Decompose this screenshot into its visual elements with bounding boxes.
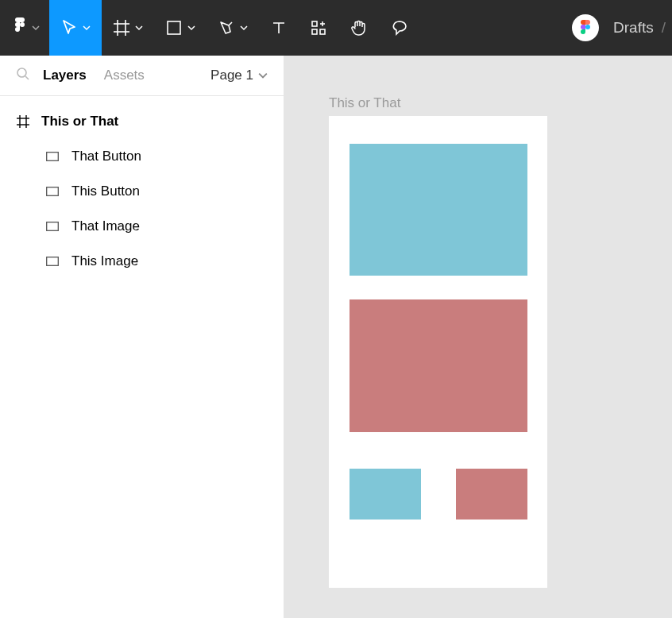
comment-tool-button[interactable] [380, 0, 419, 56]
sidebar-header: Layers Assets Page 1 [0, 56, 284, 96]
svg-rect-6 [312, 21, 317, 26]
sidebar-tabs: Layers Assets [43, 68, 145, 83]
shape-tool-button[interactable] [154, 0, 207, 56]
main: Layers Assets Page 1 This or That That B… [0, 56, 672, 618]
svg-rect-5 [168, 21, 180, 34]
layer-label: That Image [71, 218, 140, 234]
move-tool-button[interactable] [49, 0, 102, 56]
rectangle-icon [165, 19, 183, 37]
user-avatar[interactable] [572, 14, 599, 41]
resources-icon [310, 19, 327, 37]
breadcrumb-root: Drafts [613, 19, 654, 37]
resources-tool-button[interactable] [299, 0, 338, 56]
toolbar-right: Drafts / [572, 14, 672, 41]
text-icon [270, 19, 288, 37]
svg-point-0 [20, 22, 25, 27]
svg-rect-21 [47, 257, 59, 266]
svg-rect-18 [47, 153, 59, 161]
chevron-down-icon [258, 71, 268, 80]
text-tool-button[interactable] [259, 0, 299, 56]
chevron-down-icon [32, 24, 40, 32]
frame-icon [16, 114, 30, 129]
rectangle-icon [46, 254, 60, 268]
rectangle-icon [46, 184, 60, 199]
canvas-frame-label[interactable]: This or That [329, 95, 400, 111]
layer-row[interactable]: This Image [0, 244, 284, 279]
toolbar: Drafts / [0, 0, 672, 56]
chevron-down-icon [83, 24, 91, 32]
breadcrumb[interactable]: Drafts / [613, 19, 666, 37]
canvas-rect-that-button[interactable] [456, 469, 527, 520]
cursor-icon [60, 19, 78, 37]
layer-label: This Image [71, 253, 138, 269]
pen-icon [218, 19, 235, 37]
canvas-rect-that-image[interactable] [350, 299, 527, 432]
page-selector-label: Page 1 [210, 68, 253, 83]
svg-point-12 [17, 68, 26, 77]
hand-tool-button[interactable] [338, 0, 380, 56]
layers-panel: This or That That Button This Button Tha… [0, 96, 284, 287]
layer-row-frame[interactable]: This or That [0, 104, 284, 139]
toolbar-left [0, 0, 419, 56]
frame-icon [113, 19, 130, 37]
chevron-down-icon [240, 24, 248, 32]
svg-rect-8 [320, 29, 325, 34]
svg-line-13 [25, 76, 29, 79]
canvas-rect-this-button[interactable] [350, 469, 421, 520]
figma-logo-icon [13, 17, 27, 38]
canvas-frame[interactable] [329, 116, 547, 588]
tab-layers[interactable]: Layers [43, 68, 87, 83]
figma-menu-button[interactable] [0, 0, 49, 56]
layer-label: This or That [41, 114, 118, 129]
layer-row[interactable]: That Button [0, 139, 284, 174]
search-icon[interactable] [16, 67, 30, 84]
layer-row[interactable]: That Image [0, 209, 284, 244]
svg-point-11 [585, 25, 590, 29]
figma-logo-color-icon [580, 20, 591, 36]
layer-label: That Button [71, 149, 141, 164]
sidebar: Layers Assets Page 1 This or That That B… [0, 56, 284, 618]
rectangle-icon [46, 219, 60, 234]
breadcrumb-separator: / [662, 19, 666, 37]
page-selector[interactable]: Page 1 [210, 68, 268, 83]
rectangle-icon [46, 149, 60, 164]
svg-rect-20 [47, 222, 59, 231]
canvas-rect-this-image[interactable] [350, 144, 527, 276]
comment-icon [391, 19, 408, 37]
chevron-down-icon [135, 24, 143, 32]
svg-rect-19 [47, 187, 59, 196]
layer-label: This Button [71, 183, 140, 199]
pen-tool-button[interactable] [207, 0, 259, 56]
chevron-down-icon [187, 24, 195, 32]
canvas[interactable]: This or That [284, 56, 672, 618]
frame-tool-button[interactable] [102, 0, 154, 56]
hand-icon [350, 18, 369, 37]
svg-rect-7 [312, 29, 317, 34]
layer-row[interactable]: This Button [0, 174, 284, 209]
tab-assets[interactable]: Assets [104, 68, 145, 83]
